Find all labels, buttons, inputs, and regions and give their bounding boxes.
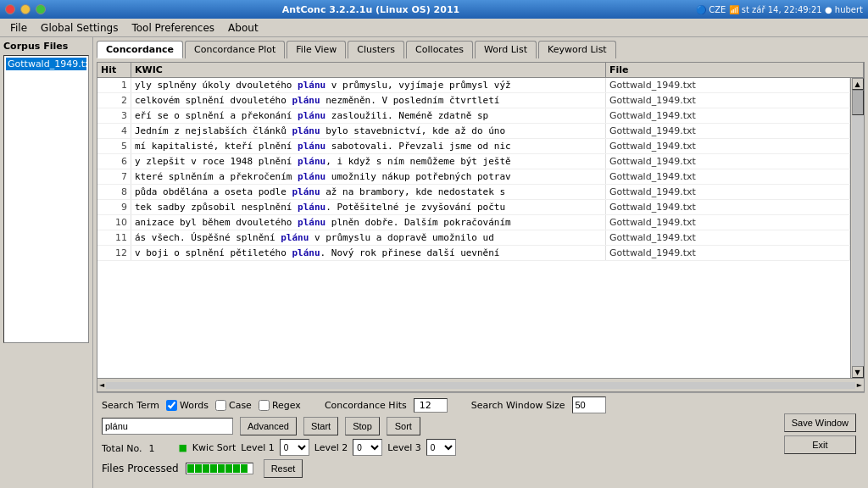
col-header-file: File — [606, 63, 864, 77]
cell-file: Gottwald_1949.txt — [606, 154, 850, 169]
level1-label: Level 1 — [241, 442, 275, 453]
regex-checkbox[interactable] — [259, 400, 270, 411]
regex-label: Regex — [272, 400, 301, 411]
kwic-center: plánu — [298, 217, 326, 228]
vertical-scrollbar[interactable]: ▲ ▼ — [850, 78, 864, 378]
cell-file: Gottwald_1949.txt — [606, 78, 850, 92]
cell-file: Gottwald_1949.txt — [606, 108, 850, 123]
words-checkbox[interactable] — [166, 400, 177, 411]
corpus-file-item[interactable]: Gottwald_1949.tx — [6, 58, 86, 70]
hscroll-right-arrow[interactable]: ► — [857, 381, 862, 389]
cell-hit: 7 — [97, 169, 131, 184]
cell-kwic: eří se o splnění a překonání plánu zaslo… — [131, 108, 606, 123]
col-header-kwic: KWIC — [131, 63, 606, 77]
tab-concordance[interactable]: Concordance — [97, 41, 183, 58]
kwic-right: zasloužili. Neméně zdatně sp — [326, 110, 488, 121]
cell-file: Gottwald_1949.txt — [606, 93, 850, 108]
horizontal-scrollbar[interactable]: ◄ ► — [97, 378, 864, 391]
start-button[interactable]: Start — [303, 417, 338, 435]
case-checkbox-group: Case — [215, 400, 252, 411]
table-row[interactable]: 1yly splněny úkoly dvouletého plánu v pr… — [97, 78, 850, 93]
kwic-center: plánu — [298, 202, 326, 213]
scroll-track — [852, 115, 864, 366]
kwic-sort-section: ■ Kwic Sort Level 1 0123 Level 2 0123 Le… — [178, 439, 455, 456]
cell-file: Gottwald_1949.txt — [606, 230, 850, 245]
total-no-label: Total No. — [102, 443, 142, 454]
tab-word-list[interactable]: Word List — [475, 41, 537, 58]
progress-bar — [186, 463, 253, 474]
table-row[interactable]: 4 Jedním z nejslabších článků plánu bylo… — [97, 124, 850, 139]
exit-button[interactable]: Exit — [784, 435, 856, 454]
tab-file-view[interactable]: File View — [287, 41, 346, 58]
cell-kwic: yly splněny úkoly dvouletého plánu v prů… — [131, 78, 606, 92]
menu-file[interactable]: File — [3, 20, 34, 36]
level3-label: Level 3 — [387, 442, 421, 453]
table-row[interactable]: 11ás všech. Úspěšné splnění plánu v prům… — [97, 230, 850, 246]
search-term-input[interactable] — [102, 418, 233, 435]
window-size-input[interactable] — [572, 396, 606, 413]
case-checkbox[interactable] — [215, 400, 226, 411]
sort-button[interactable]: Sort — [387, 417, 420, 435]
cell-file: Gottwald_1949.txt — [606, 185, 850, 199]
kwic-center: plánu — [298, 141, 326, 152]
tab-concordance-plot[interactable]: Concordance Plot — [185, 41, 285, 58]
kwic-left: mí kapitalisté, kteří plnění — [135, 141, 298, 152]
bottom-controls: Search Term Words Case Regex Concordance… — [97, 392, 865, 485]
maximize-button[interactable] — [36, 4, 46, 14]
kwic-left: Jedním z nejslabších článků — [135, 125, 292, 136]
table-row[interactable]: 2celkovém splnění dvouletého plánu nezmě… — [97, 93, 850, 108]
table-row[interactable]: 8půda obdělána a oseta podle plánu až na… — [97, 185, 850, 200]
menu-global-settings[interactable]: Global Settings — [34, 20, 125, 36]
kwic-right: . Nový rok přinese další uevnění — [320, 247, 500, 258]
level3-select[interactable]: 0123 — [426, 439, 456, 456]
kwic-left: půda obdělána a oseta podle — [135, 186, 292, 197]
progress-seg-1 — [187, 464, 194, 473]
table-row[interactable]: 12v boji o splnění pětiletého plánu. Nov… — [97, 246, 850, 261]
right-panel: Concordance Concordance Plot File View C… — [93, 37, 868, 488]
scroll-up-arrow[interactable]: ▲ — [852, 78, 864, 90]
table-row[interactable]: 10anizace byl během dvouletého plánu pln… — [97, 215, 850, 230]
progress-seg-6 — [225, 464, 232, 473]
cell-kwic: v boji o splnění pětiletého plánu. Nový … — [131, 246, 606, 260]
table-row[interactable]: 6y zlepšit v roce 1948 plnění plánu, i k… — [97, 154, 850, 169]
corpus-file-list[interactable]: Gottwald_1949.tx — [3, 55, 89, 343]
kwic-center: plánu — [292, 247, 320, 258]
minimize-button[interactable] — [20, 4, 31, 14]
hscroll-left-arrow[interactable]: ◄ — [99, 381, 104, 389]
tab-keyword-list[interactable]: Keyword List — [538, 41, 616, 58]
kwic-left: anizace byl během dvouletého — [135, 217, 298, 228]
kwic-right: , i když s ním nemůžeme být ještě — [326, 156, 511, 167]
table-row[interactable]: 9tek sadby způsobil nesplnění plánu. Pot… — [97, 200, 850, 215]
menu-tool-preferences[interactable]: Tool Preferences — [125, 20, 221, 36]
tab-clusters[interactable]: Clusters — [348, 41, 404, 58]
kwic-sort-color-box: ■ — [178, 442, 186, 453]
level2-select[interactable]: 0123 — [353, 439, 382, 456]
kwic-right: nezměněn. V posledním čtvrtletí — [320, 95, 500, 106]
reset-button[interactable]: Reset — [264, 459, 303, 478]
table-row[interactable]: 5mí kapitalisté, kteří plnění plánu sabo… — [97, 139, 850, 154]
words-label: Words — [180, 400, 209, 411]
kwic-left: ás všech. Úspěšné splnění — [135, 232, 281, 243]
level1-select[interactable]: 0123 — [280, 439, 309, 456]
scroll-thumb[interactable] — [852, 90, 864, 115]
save-window-button[interactable]: Save Window — [784, 413, 856, 432]
stop-button[interactable]: Stop — [345, 417, 380, 435]
advanced-button[interactable]: Advanced — [240, 417, 297, 435]
cell-kwic: celkovém splnění dvouletého plánu nezměn… — [131, 93, 606, 108]
tab-collocates[interactable]: Collocates — [406, 41, 473, 58]
cell-hit: 1 — [97, 78, 131, 92]
menu-about[interactable]: About — [221, 20, 264, 36]
cell-file: Gottwald_1949.txt — [606, 246, 850, 260]
close-button[interactable] — [5, 4, 15, 14]
system-status: 🔵 CZE 📶 st zář 14, 22:49:21 ● hubert — [696, 5, 863, 14]
scroll-down-arrow[interactable]: ▼ — [852, 366, 864, 378]
progress-seg-2 — [195, 464, 202, 473]
right-action-buttons: Save Window Exit — [784, 413, 856, 454]
kwic-right: v průmyslu a dopravě umožnilo ud — [309, 232, 494, 243]
table-row[interactable]: 3eří se o splnění a překonání plánu zasl… — [97, 108, 850, 124]
cell-kwic: y zlepšit v roce 1948 plnění plánu, i kd… — [131, 154, 606, 169]
table-row[interactable]: 7které splněním a překročením plánu umož… — [97, 169, 850, 185]
cell-hit: 5 — [97, 139, 131, 153]
table-body[interactable]: 1yly splněny úkoly dvouletého plánu v pr… — [97, 78, 850, 378]
titlebar-status: 🔵 CZE 📶 st zář 14, 22:49:21 ● hubert — [696, 5, 863, 14]
